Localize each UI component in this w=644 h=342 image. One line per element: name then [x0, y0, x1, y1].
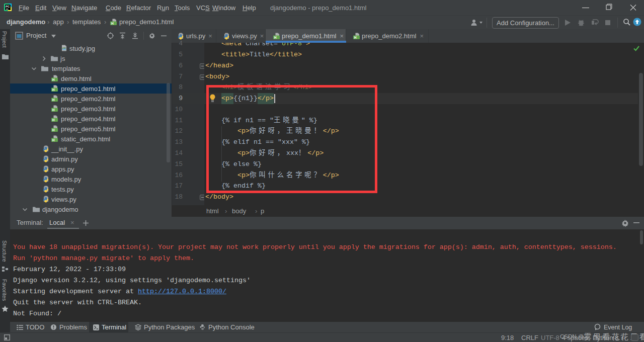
- svg-text:PC: PC: [6, 5, 10, 8]
- svg-text:H: H: [111, 22, 114, 25]
